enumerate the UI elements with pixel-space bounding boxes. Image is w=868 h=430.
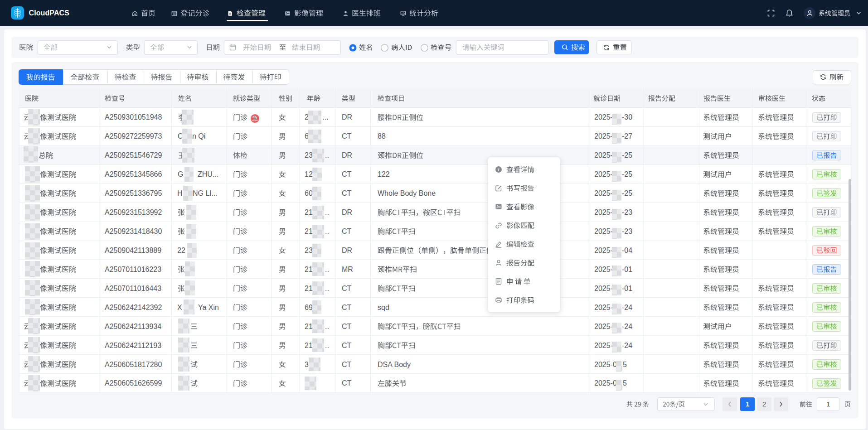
svg-text:i: i bbox=[498, 167, 499, 172]
